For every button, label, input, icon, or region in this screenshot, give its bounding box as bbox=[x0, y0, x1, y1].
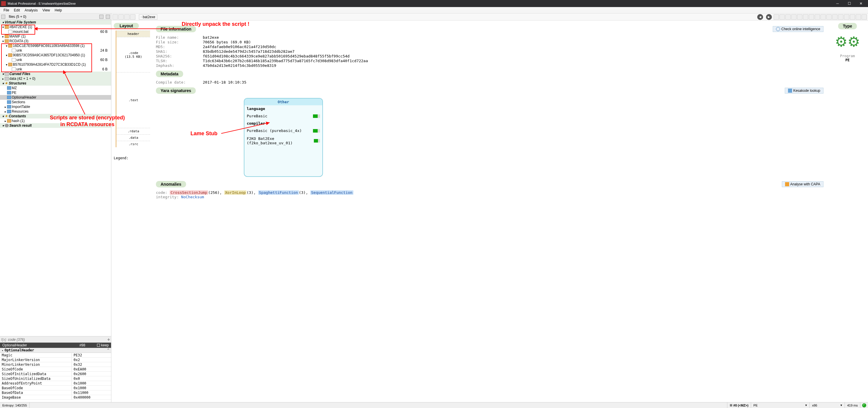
left-tab-label[interactable]: files (5 + 0) bbox=[6, 14, 29, 19]
tree-bat2exe[interactable]: ▾#BAT2EXE (1) bbox=[0, 25, 111, 29]
tree-mount[interactable]: mount.bat60 B bbox=[0, 29, 111, 34]
prop-row: BaseOfCode0x1000 bbox=[0, 386, 111, 390]
prop-row: ImageBase0x400000 bbox=[0, 395, 111, 400]
yara-item-pb4x[interactable]: PureBasic (purebasic_4x) bbox=[244, 127, 322, 135]
tab-tool-1[interactable] bbox=[99, 14, 103, 19]
prop-row: BaseOfData0x11000 bbox=[0, 390, 111, 395]
nav-back-button[interactable]: ◀ bbox=[757, 14, 763, 20]
filter-add-button[interactable]: + bbox=[107, 337, 110, 342]
tree-r2[interactable]: ▾90B573CD59A9CA3657DF13C621704950 (1) bbox=[0, 53, 111, 57]
yara-compiler-label: compiler bbox=[244, 120, 322, 127]
lookup-icon bbox=[788, 89, 792, 93]
toolbar-btn[interactable] bbox=[797, 14, 802, 20]
tree-optheader[interactable]: OptionalHeader bbox=[0, 95, 111, 100]
tree-manif[interactable]: ▸MANIF (1) bbox=[0, 34, 111, 39]
layout-legend: Legend: bbox=[114, 156, 150, 160]
tree-import[interactable]: ▸ImportTable bbox=[0, 105, 111, 109]
tree-r3u[interactable]: unk6 B bbox=[0, 67, 111, 71]
property-table[interactable]: MagicPE32 MajorLinkerVersion0x2 MinorLin… bbox=[0, 353, 111, 402]
toolbar-btn[interactable] bbox=[815, 14, 820, 20]
file-icon bbox=[12, 67, 16, 71]
tree-data[interactable]: ▸data (42 + 1 + 0) bbox=[0, 76, 111, 81]
status-arch-select[interactable]: x86▾ bbox=[810, 402, 845, 408]
titlebar: Malcat Professional - E:\malware\types\b… bbox=[0, 0, 868, 7]
toolbar-btn[interactable] bbox=[774, 14, 779, 20]
file-icon bbox=[141, 17, 142, 17]
layout-data[interactable]: .data bbox=[117, 134, 150, 141]
tree-r2u[interactable]: unk60 B bbox=[0, 57, 111, 62]
folder-icon bbox=[5, 77, 9, 80]
file-tree[interactable]: ▾Virtual File System ▾#BAT2EXE (1) mount… bbox=[0, 20, 111, 128]
tab-tool-2[interactable] bbox=[106, 14, 110, 19]
check-online-button[interactable]: Check online intelligence bbox=[773, 26, 824, 32]
folder-icon bbox=[8, 53, 12, 57]
toolbar-btn[interactable] bbox=[785, 14, 790, 20]
tree-pe[interactable]: PE bbox=[0, 90, 111, 95]
prop-keep[interactable]: keep bbox=[97, 343, 109, 347]
layout-code[interactable]: .code(13.5 KB) bbox=[117, 37, 150, 72]
tree-resources[interactable]: ▸Resources bbox=[0, 109, 111, 114]
nav-fwd-button[interactable]: ▶ bbox=[766, 14, 772, 20]
toolbar-btn[interactable] bbox=[130, 14, 135, 20]
carved-icon bbox=[5, 72, 9, 76]
confidence-bar bbox=[314, 139, 320, 143]
toolbar-btn[interactable] bbox=[118, 14, 124, 20]
status-breadcrumb[interactable]: ⊞#0 (<MZ>) bbox=[727, 402, 751, 408]
layout-rsrc[interactable]: .rsrc bbox=[117, 141, 150, 147]
folder-icon bbox=[7, 119, 11, 123]
toolbar-btn[interactable] bbox=[820, 14, 826, 20]
toolbar-btn[interactable] bbox=[791, 14, 797, 20]
toolbar-btn[interactable] bbox=[856, 14, 861, 20]
layout-header[interactable]: header bbox=[117, 30, 150, 37]
toolbar-btn[interactable] bbox=[124, 14, 129, 20]
close-button[interactable]: ✕ bbox=[855, 0, 867, 7]
toolbar-btn[interactable] bbox=[850, 14, 855, 20]
tree-sections[interactable]: Sections bbox=[0, 100, 111, 105]
toolbar-btn[interactable] bbox=[844, 14, 849, 20]
anomaly-code-line: code: CrossSectionJump(256), XorInLoop(3… bbox=[156, 191, 824, 195]
menu-help[interactable]: Help bbox=[53, 8, 64, 12]
content-area: Layout header .code(13.5 KB) .text .rdat… bbox=[111, 21, 868, 402]
toolbar-btn[interactable] bbox=[113, 14, 118, 20]
yara-item-purebasic[interactable]: PureBasic bbox=[244, 112, 322, 120]
tree-r1u[interactable]: unk24 B bbox=[0, 48, 111, 53]
type-pe: PE bbox=[829, 58, 866, 62]
tree-section-vfs: ▾Virtual File System bbox=[0, 20, 111, 25]
toolbar-btn[interactable] bbox=[803, 14, 808, 20]
layout-rdata[interactable]: .rdata bbox=[117, 128, 150, 134]
tree-section-const: ▾✦Constants bbox=[0, 114, 111, 118]
kesakode-button[interactable]: Kesakode lookup bbox=[785, 88, 824, 93]
tree-mz[interactable]: MZ bbox=[0, 86, 111, 90]
maximize-button[interactable]: ☐ bbox=[843, 0, 855, 7]
toolbar-btn[interactable] bbox=[809, 14, 814, 20]
filter-bar[interactable]: f(x) code (376) + bbox=[0, 336, 111, 343]
toolbar-btn[interactable] bbox=[862, 14, 867, 20]
search-icon bbox=[5, 124, 9, 127]
layout-text[interactable]: .text bbox=[117, 72, 150, 128]
capa-button[interactable]: Analyse with CAPA bbox=[782, 181, 824, 187]
toolbar-btn[interactable] bbox=[832, 14, 838, 20]
right-panel: bat2exe ◀ ▶ Layout header .code(13.5 KB)… bbox=[111, 13, 868, 402]
yara-lang-label: language bbox=[244, 105, 322, 112]
menu-file[interactable]: File bbox=[1, 8, 11, 12]
minimize-button[interactable]: ─ bbox=[832, 0, 843, 7]
struct-icon bbox=[7, 105, 11, 109]
status-pe-select[interactable]: PE▾ bbox=[751, 402, 810, 408]
toolbar-btn[interactable] bbox=[838, 14, 843, 20]
breadcrumb[interactable]: bat2exe bbox=[139, 14, 157, 20]
tree-rcdata[interactable]: ▾RCDATA (3) bbox=[0, 39, 111, 43]
prop-row: SizeOfUninitializedData0x0 bbox=[0, 376, 111, 381]
tree-hash[interactable]: ▸hash (1) bbox=[0, 118, 111, 123]
menu-analysis[interactable]: Analysis bbox=[22, 8, 40, 12]
menu-view[interactable]: View bbox=[40, 8, 53, 12]
struct-icon bbox=[7, 96, 11, 99]
checkbox-icon bbox=[97, 344, 100, 347]
menu-edit[interactable]: Edit bbox=[11, 8, 22, 12]
tab-icon[interactable] bbox=[1, 14, 5, 19]
tree-r3[interactable]: ▾B576107939A42814FA7D27C3CB33D1CD (1) bbox=[0, 62, 111, 67]
toolbar-btn[interactable] bbox=[779, 14, 785, 20]
yara-other-header: Other bbox=[244, 98, 322, 105]
yara-item-bat2exe[interactable]: F2KO Bat2Exe (f2ko_bat2exe_uv_01) bbox=[244, 135, 322, 147]
tree-r1[interactable]: ▾16DC1E7E599BF8C6911093A89A633598 (1) bbox=[0, 43, 111, 48]
toolbar-btn[interactable] bbox=[827, 14, 832, 20]
